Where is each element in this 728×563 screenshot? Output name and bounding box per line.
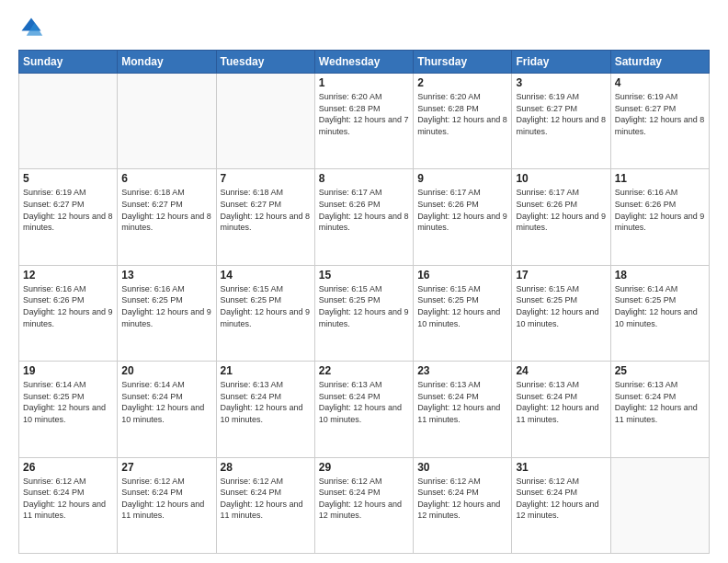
day-info: Sunrise: 6:13 AM Sunset: 6:24 PM Dayligh… <box>319 379 409 425</box>
day-info: Sunrise: 6:14 AM Sunset: 6:25 PM Dayligh… <box>615 283 705 329</box>
day-info: Sunrise: 6:19 AM Sunset: 6:27 PM Dayligh… <box>516 91 606 137</box>
header <box>18 15 710 40</box>
day-info: Sunrise: 6:12 AM Sunset: 6:24 PM Dayligh… <box>221 476 311 522</box>
day-info: Sunrise: 6:12 AM Sunset: 6:24 PM Dayligh… <box>23 476 113 522</box>
calendar-cell: 26Sunrise: 6:12 AM Sunset: 6:24 PM Dayli… <box>19 457 118 553</box>
day-number: 11 <box>615 172 705 185</box>
day-number: 14 <box>221 269 311 282</box>
day-number: 9 <box>417 172 507 185</box>
weekday-header-thursday: Thursday <box>414 51 512 74</box>
day-number: 8 <box>319 172 409 185</box>
day-info: Sunrise: 6:14 AM Sunset: 6:25 PM Dayligh… <box>23 379 113 425</box>
day-number: 31 <box>516 461 606 474</box>
day-number: 18 <box>615 269 705 282</box>
calendar-cell: 28Sunrise: 6:12 AM Sunset: 6:24 PM Dayli… <box>216 457 314 553</box>
day-info: Sunrise: 6:20 AM Sunset: 6:28 PM Dayligh… <box>417 91 507 137</box>
day-number: 12 <box>23 269 113 282</box>
calendar-cell: 2Sunrise: 6:20 AM Sunset: 6:28 PM Daylig… <box>414 74 512 169</box>
calendar-cell: 15Sunrise: 6:15 AM Sunset: 6:25 PM Dayli… <box>314 265 413 361</box>
day-number: 7 <box>221 172 311 185</box>
calendar-cell: 19Sunrise: 6:14 AM Sunset: 6:25 PM Dayli… <box>19 362 118 457</box>
day-number: 1 <box>319 76 409 89</box>
weekday-header-wednesday: Wednesday <box>314 51 413 74</box>
page: SundayMondayTuesdayWednesdayThursdayFrid… <box>0 0 728 563</box>
calendar-cell: 12Sunrise: 6:16 AM Sunset: 6:26 PM Dayli… <box>19 265 118 361</box>
day-info: Sunrise: 6:12 AM Sunset: 6:24 PM Dayligh… <box>516 476 606 522</box>
day-info: Sunrise: 6:13 AM Sunset: 6:24 PM Dayligh… <box>417 379 507 425</box>
day-info: Sunrise: 6:15 AM Sunset: 6:25 PM Dayligh… <box>516 283 606 329</box>
day-number: 28 <box>221 461 311 474</box>
day-number: 3 <box>516 76 606 89</box>
day-number: 27 <box>121 461 211 474</box>
calendar-cell <box>19 74 118 169</box>
calendar-cell: 6Sunrise: 6:18 AM Sunset: 6:27 PM Daylig… <box>118 169 216 265</box>
day-info: Sunrise: 6:20 AM Sunset: 6:28 PM Dayligh… <box>319 91 409 137</box>
calendar-cell: 30Sunrise: 6:12 AM Sunset: 6:24 PM Dayli… <box>414 457 512 553</box>
day-info: Sunrise: 6:15 AM Sunset: 6:25 PM Dayligh… <box>221 283 311 329</box>
day-number: 20 <box>121 364 211 377</box>
calendar-cell: 31Sunrise: 6:12 AM Sunset: 6:24 PM Dayli… <box>512 457 610 553</box>
calendar-cell: 13Sunrise: 6:16 AM Sunset: 6:25 PM Dayli… <box>118 265 216 361</box>
day-number: 13 <box>121 269 211 282</box>
day-number: 25 <box>615 364 705 377</box>
calendar-cell: 20Sunrise: 6:14 AM Sunset: 6:24 PM Dayli… <box>118 362 216 457</box>
logo <box>18 15 48 40</box>
day-number: 29 <box>319 461 409 474</box>
calendar-cell <box>610 457 709 553</box>
calendar-cell: 14Sunrise: 6:15 AM Sunset: 6:25 PM Dayli… <box>216 265 314 361</box>
day-info: Sunrise: 6:12 AM Sunset: 6:24 PM Dayligh… <box>121 476 211 522</box>
day-number: 15 <box>319 269 409 282</box>
day-info: Sunrise: 6:12 AM Sunset: 6:24 PM Dayligh… <box>319 476 409 522</box>
day-info: Sunrise: 6:19 AM Sunset: 6:27 PM Dayligh… <box>23 187 113 233</box>
day-number: 4 <box>615 76 705 89</box>
calendar-cell: 29Sunrise: 6:12 AM Sunset: 6:24 PM Dayli… <box>314 457 413 553</box>
day-number: 23 <box>417 364 507 377</box>
calendar-cell: 24Sunrise: 6:13 AM Sunset: 6:24 PM Dayli… <box>512 362 610 457</box>
day-info: Sunrise: 6:17 AM Sunset: 6:26 PM Dayligh… <box>319 187 409 233</box>
day-number: 19 <box>23 364 113 377</box>
day-number: 5 <box>23 172 113 185</box>
day-info: Sunrise: 6:14 AM Sunset: 6:24 PM Dayligh… <box>121 379 211 425</box>
calendar-cell: 25Sunrise: 6:13 AM Sunset: 6:24 PM Dayli… <box>610 362 709 457</box>
week-row-2: 5Sunrise: 6:19 AM Sunset: 6:27 PM Daylig… <box>19 169 710 265</box>
day-number: 6 <box>121 172 211 185</box>
calendar-cell: 17Sunrise: 6:15 AM Sunset: 6:25 PM Dayli… <box>512 265 610 361</box>
day-info: Sunrise: 6:12 AM Sunset: 6:24 PM Dayligh… <box>417 476 507 522</box>
calendar-cell: 23Sunrise: 6:13 AM Sunset: 6:24 PM Dayli… <box>414 362 512 457</box>
week-row-1: 1Sunrise: 6:20 AM Sunset: 6:28 PM Daylig… <box>19 74 710 169</box>
calendar-cell: 11Sunrise: 6:16 AM Sunset: 6:26 PM Dayli… <box>610 169 709 265</box>
calendar-cell: 16Sunrise: 6:15 AM Sunset: 6:25 PM Dayli… <box>414 265 512 361</box>
calendar-cell: 4Sunrise: 6:19 AM Sunset: 6:27 PM Daylig… <box>610 74 709 169</box>
day-info: Sunrise: 6:13 AM Sunset: 6:24 PM Dayligh… <box>221 379 311 425</box>
calendar-cell: 9Sunrise: 6:17 AM Sunset: 6:26 PM Daylig… <box>414 169 512 265</box>
day-info: Sunrise: 6:16 AM Sunset: 6:26 PM Dayligh… <box>615 187 705 233</box>
day-number: 16 <box>417 269 507 282</box>
day-number: 10 <box>516 172 606 185</box>
day-info: Sunrise: 6:16 AM Sunset: 6:25 PM Dayligh… <box>121 283 211 329</box>
week-row-4: 19Sunrise: 6:14 AM Sunset: 6:25 PM Dayli… <box>19 362 710 457</box>
weekday-header-friday: Friday <box>512 51 610 74</box>
calendar-cell: 21Sunrise: 6:13 AM Sunset: 6:24 PM Dayli… <box>216 362 314 457</box>
calendar-table: SundayMondayTuesdayWednesdayThursdayFrid… <box>18 50 710 554</box>
week-row-5: 26Sunrise: 6:12 AM Sunset: 6:24 PM Dayli… <box>19 457 710 553</box>
calendar-cell <box>216 74 314 169</box>
calendar-cell: 8Sunrise: 6:17 AM Sunset: 6:26 PM Daylig… <box>314 169 413 265</box>
calendar-cell <box>118 74 216 169</box>
day-number: 17 <box>516 269 606 282</box>
weekday-header-sunday: Sunday <box>19 51 118 74</box>
calendar-cell: 3Sunrise: 6:19 AM Sunset: 6:27 PM Daylig… <box>512 74 610 169</box>
day-info: Sunrise: 6:15 AM Sunset: 6:25 PM Dayligh… <box>417 283 507 329</box>
calendar-cell: 22Sunrise: 6:13 AM Sunset: 6:24 PM Dayli… <box>314 362 413 457</box>
day-info: Sunrise: 6:13 AM Sunset: 6:24 PM Dayligh… <box>516 379 606 425</box>
weekday-header-saturday: Saturday <box>610 51 709 74</box>
logo-icon <box>18 15 44 40</box>
day-info: Sunrise: 6:15 AM Sunset: 6:25 PM Dayligh… <box>319 283 409 329</box>
weekday-header-monday: Monday <box>118 51 216 74</box>
week-row-3: 12Sunrise: 6:16 AM Sunset: 6:26 PM Dayli… <box>19 265 710 361</box>
weekday-header-row: SundayMondayTuesdayWednesdayThursdayFrid… <box>19 51 710 74</box>
calendar-cell: 7Sunrise: 6:18 AM Sunset: 6:27 PM Daylig… <box>216 169 314 265</box>
day-info: Sunrise: 6:17 AM Sunset: 6:26 PM Dayligh… <box>516 187 606 233</box>
day-number: 21 <box>221 364 311 377</box>
day-info: Sunrise: 6:18 AM Sunset: 6:27 PM Dayligh… <box>221 187 311 233</box>
day-info: Sunrise: 6:13 AM Sunset: 6:24 PM Dayligh… <box>615 379 705 425</box>
